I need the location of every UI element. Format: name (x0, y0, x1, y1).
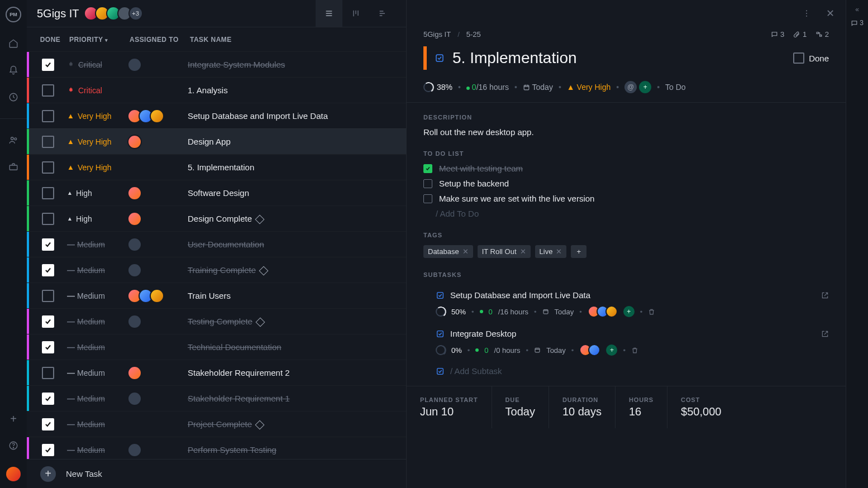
remove-tag-icon[interactable]: ✕ (462, 247, 469, 256)
priority-cell[interactable]: Critical (67, 60, 127, 69)
task-row[interactable]: — MediumStakeholder Requirement 2 (27, 360, 406, 385)
priority-cell[interactable]: Critical (67, 86, 127, 95)
todo-item[interactable]: Meet with testing team (423, 164, 829, 173)
planned-stat[interactable]: HOURS16 (616, 386, 667, 428)
progress[interactable]: 38% (423, 82, 452, 92)
task-row[interactable]: — MediumTesting Complete (27, 308, 406, 334)
task-row[interactable]: ▲ HighDesign Complete (27, 205, 406, 231)
board-view-tab[interactable] (342, 0, 369, 27)
more-menu-icon[interactable] (801, 8, 812, 19)
task-row[interactable]: ▲ Very HighSetup Database and Import Liv… (27, 103, 406, 128)
done-checkbox[interactable] (42, 315, 54, 328)
close-icon[interactable]: ✕ (824, 8, 836, 19)
done-checkbox[interactable] (42, 341, 54, 353)
task-row[interactable]: ▲ HighSoftware Design (27, 180, 406, 205)
clock-icon[interactable] (8, 92, 19, 103)
collapse-icon[interactable]: « (855, 6, 859, 13)
add-assignee-icon[interactable]: + (623, 306, 635, 317)
date[interactable]: Today (523, 83, 553, 92)
assignee-cell[interactable] (127, 443, 188, 457)
home-icon[interactable] (8, 38, 19, 49)
attachments-count[interactable]: 1 (793, 30, 807, 39)
help-icon[interactable] (8, 440, 19, 451)
done-checkbox[interactable] (42, 213, 54, 225)
assignee-cell[interactable] (127, 263, 188, 278)
done-checkbox[interactable] (42, 444, 54, 456)
subtask[interactable]: Setup Database and Import Live Data50%• … (423, 285, 829, 323)
task-row[interactable]: — MediumPerform System Testing (27, 437, 406, 459)
done-checkbox[interactable] (42, 290, 54, 302)
priority-cell[interactable]: ▲ High (67, 214, 127, 223)
task-title[interactable]: 5. Implementation (452, 49, 785, 67)
add-subtask[interactable]: / Add Subtask (423, 362, 829, 376)
status[interactable]: To Do (665, 83, 686, 92)
priority[interactable]: ▲ Very High (567, 83, 611, 92)
assignee-cell[interactable] (127, 289, 188, 303)
assignee-cell[interactable] (127, 135, 188, 149)
todo-checkbox[interactable] (423, 164, 432, 173)
assignee-cell[interactable] (127, 391, 188, 406)
project-members[interactable]: +3 (87, 6, 143, 21)
app-logo[interactable]: PM (6, 7, 21, 22)
priority-cell[interactable]: ▲ Very High (67, 137, 127, 146)
task-row[interactable]: — MediumUser Documentation (27, 231, 406, 257)
new-task-row[interactable]: + New Task (27, 459, 406, 488)
priority-cell[interactable]: — Medium (67, 446, 127, 454)
done-checkbox[interactable] (42, 59, 54, 71)
todo-item[interactable]: Make sure we are set with the live versi… (423, 194, 829, 203)
planned-stat[interactable]: DUEToday (492, 386, 549, 428)
assignee-cell[interactable] (127, 212, 188, 226)
tag[interactable]: Database✕ (423, 245, 473, 258)
open-subtask-icon[interactable] (821, 330, 829, 338)
done-checkbox[interactable] (42, 110, 54, 122)
task-row[interactable]: ▲ Very HighDesign App (27, 128, 406, 154)
priority-cell[interactable]: — Medium (67, 394, 127, 403)
assignee-cell[interactable] (127, 366, 188, 380)
task-row[interactable]: — MediumProject Complete (27, 411, 406, 437)
done-checkbox[interactable] (42, 238, 54, 251)
priority-cell[interactable]: — Medium (67, 291, 127, 300)
comments-strip-count[interactable]: 3 (851, 19, 864, 27)
todo-checkbox[interactable] (423, 179, 432, 188)
priority-cell[interactable]: ▲ Very High (67, 112, 127, 121)
add-icon[interactable]: + (8, 413, 19, 424)
priority-cell[interactable]: — Medium (67, 420, 127, 429)
tag[interactable]: Live✕ (535, 245, 567, 258)
comments-count[interactable]: 3 (771, 30, 784, 39)
priority-cell[interactable]: — Medium (67, 369, 127, 377)
priority-cell[interactable]: — Medium (67, 343, 127, 352)
tag[interactable]: IT Roll Out✕ (478, 245, 531, 258)
task-row[interactable]: CriticalIntegrate System Modules (27, 51, 406, 77)
priority-cell[interactable]: — Medium (67, 240, 127, 249)
assignee-cell[interactable] (127, 314, 188, 329)
remove-tag-icon[interactable]: ✕ (556, 247, 562, 256)
team-icon[interactable] (8, 135, 19, 146)
todo-checkbox[interactable] (423, 194, 432, 203)
done-checkbox[interactable] (42, 161, 54, 174)
done-checkbox[interactable] (42, 264, 54, 276)
priority-cell[interactable]: — Medium (67, 266, 127, 275)
add-todo[interactable]: / Add To Do (423, 209, 829, 218)
task-row[interactable]: — MediumTechnical Documentation (27, 334, 406, 360)
task-row[interactable]: Critical1. Analysis (27, 77, 406, 103)
assignee-cell[interactable] (127, 186, 188, 200)
gantt-view-tab[interactable] (369, 0, 396, 27)
priority-cell[interactable]: ▲ Very High (67, 163, 127, 172)
list-view-tab[interactable] (316, 0, 342, 27)
task-row[interactable]: — MediumStakeholder Requirement 1 (27, 385, 406, 411)
planned-stat[interactable]: PLANNED STARTJun 10 (407, 386, 492, 428)
task-row[interactable]: ▲ Very High5. Implementation (27, 154, 406, 180)
done-checkbox[interactable] (42, 187, 54, 199)
done-checkbox[interactable] (42, 367, 54, 379)
assignee-cell[interactable] (127, 109, 188, 123)
assignee-cell[interactable] (127, 58, 188, 72)
description[interactable]: Roll out the new desktop app. (423, 127, 829, 137)
add-tag[interactable]: + (571, 245, 586, 258)
subtasks-count[interactable]: 2 (815, 30, 829, 39)
planned-stat[interactable]: DURATION10 days (549, 386, 616, 428)
subtask[interactable]: Integrate Desktop0%• 0/0 hours• Today•+• (423, 323, 829, 362)
delete-subtask-icon[interactable] (648, 308, 655, 315)
done-checkbox[interactable] (42, 393, 54, 405)
priority-cell[interactable]: ▲ High (67, 189, 127, 198)
self-avatar[interactable] (6, 467, 21, 481)
